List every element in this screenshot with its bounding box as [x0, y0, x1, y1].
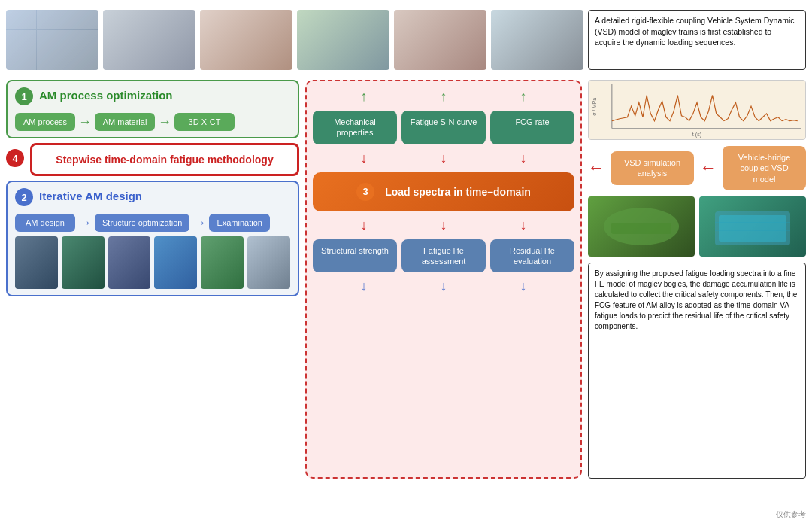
center-panel-dashed: ↑ ↑ ↑ Mechanical properties Fatigue S-N …: [305, 80, 582, 479]
top-image-3: [200, 10, 292, 70]
chart-svg: σ / MPa t (s): [589, 81, 805, 139]
blue-box-structural: Structural strength: [313, 239, 397, 273]
right-panel: σ / MPa t (s) ← VSD simulation analysis …: [588, 80, 806, 479]
green-box-fatigue-sn: Fatigue S-N curve: [401, 111, 486, 144]
top-images-strip: A detailed rigid-flexible coupling Vehic…: [6, 6, 806, 74]
cad-image-2: [62, 236, 105, 289]
svg-text:σ / MPa: σ / MPa: [592, 98, 597, 116]
section1-am-process: 1 AM process optimization AM process → A…: [6, 80, 299, 138]
flow-box-3d-xct: 3D X-CT: [174, 113, 235, 131]
arrow-3: →: [78, 216, 92, 230]
flow-box-am-process: AM process: [15, 113, 75, 131]
arrow-vsd-middle: ←: [700, 160, 717, 176]
section2-iterative-design: 2 Iterative AM design AM design → Struct…: [6, 181, 299, 296]
vsd-boxes-row: ← VSD simulation analysis ← Vehicle-brid…: [588, 146, 806, 190]
svg-rect-6: [611, 223, 671, 234]
up-arrow-3: ↑: [520, 89, 527, 105]
blue-assessment-row: Structural strength Fatigue life assessm…: [313, 239, 574, 273]
main-container: A detailed rigid-flexible coupling Vehic…: [0, 0, 812, 523]
section2-flow: AM design → Structure optimization → Exa…: [15, 214, 290, 232]
right-fem-images: [588, 196, 806, 257]
down-arrow-red-5: ↓: [441, 217, 447, 233]
watermark: 仅供参考: [776, 509, 806, 520]
blue-box-fatigue-life: Fatigue life assessment: [401, 239, 486, 273]
vsd-simulation-box: VSD simulation analysis: [611, 151, 694, 185]
section1-number: 1: [15, 87, 33, 105]
flow-box-structure-opt: Structure optimization: [95, 214, 189, 232]
fem-svg-1: [588, 196, 695, 257]
fem-svg-2: [699, 196, 806, 257]
up-arrow-1: ↑: [361, 89, 368, 105]
section3-label: Load spectra in time–domain: [385, 186, 531, 198]
svg-text:t (s): t (s): [692, 132, 701, 138]
bottom-right-description: By assigning the proposed fatigue loadin…: [588, 263, 806, 479]
stepwise-box: Stepwise time-domain fatigue methodology: [30, 143, 299, 176]
down-arrow-blue-3: ↓: [520, 278, 527, 294]
cad-image-6: [247, 236, 290, 289]
top-image-6: [491, 10, 583, 70]
section1-flow: AM process → AM material → 3D X-CT: [15, 113, 290, 131]
vsd-coupled-box: Vehicle-bridge coupled VSD model: [723, 146, 806, 190]
down-arrow-red-2: ↓: [441, 151, 447, 166]
top-right-description: A detailed rigid-flexible coupling Vehic…: [588, 10, 806, 70]
cad-image-3: [108, 236, 151, 289]
down-arrow-red-6: ↓: [520, 217, 527, 233]
top-image-2: [103, 10, 195, 70]
flow-box-am-material: AM material: [95, 113, 155, 131]
cad-image-4: [154, 236, 197, 289]
svg-rect-0: [589, 81, 805, 139]
arrow-4: →: [192, 216, 206, 230]
blue-box-residual-life: Residual life evaluation: [490, 239, 574, 273]
down-arrow-red-1: ↓: [361, 151, 368, 166]
content-row: 1 AM process optimization AM process → A…: [6, 80, 806, 479]
vsd-chart: σ / MPa t (s): [588, 80, 806, 140]
svg-rect-8: [719, 215, 786, 242]
section2-title: Iterative AM design: [39, 190, 142, 202]
down-arrow-red-4: ↓: [361, 217, 368, 233]
cad-image-5: [201, 236, 244, 289]
cad-image-1: [15, 236, 58, 289]
bottom-down-arrows: ↓ ↓ ↓: [313, 217, 574, 233]
green-box-mechanical: Mechanical properties: [313, 111, 397, 144]
flow-box-examination: Examination: [209, 214, 270, 232]
section1-title: AM process optimization: [39, 89, 173, 102]
top-image-1: [6, 10, 98, 70]
top-up-arrows: ↑ ↑ ↑: [313, 89, 574, 105]
top-image-5: [394, 10, 486, 70]
section4-row: 4 Stepwise time-domain fatigue methodolo…: [6, 143, 299, 176]
mid-down-arrows: ↓ ↓ ↓: [313, 151, 574, 166]
bottom-up-arrows: ↓ ↓ ↓: [313, 278, 574, 294]
section2-number: 2: [15, 188, 33, 206]
down-arrow-blue-2: ↓: [441, 278, 447, 294]
bottom-cad-images: [15, 236, 290, 289]
up-arrow-2: ↑: [441, 89, 447, 105]
flow-box-am-design: AM design: [15, 214, 75, 232]
down-arrow-blue-1: ↓: [361, 278, 368, 294]
section3-load-spectra: 3 Load spectra in time–domain: [313, 172, 574, 211]
green-properties-row: Mechanical properties Fatigue S-N curve …: [313, 111, 574, 144]
section3-number: 3: [356, 183, 374, 201]
arrow-2: →: [158, 115, 171, 129]
fem-image-1: [588, 196, 695, 257]
left-panel: 1 AM process optimization AM process → A…: [6, 80, 299, 479]
section4-number: 4: [6, 149, 24, 167]
fem-image-2: [699, 196, 806, 257]
down-arrow-red-3: ↓: [520, 151, 527, 166]
green-box-fcg-rate: FCG rate: [490, 111, 574, 144]
arrow-vsd-left: ←: [588, 160, 604, 176]
top-image-4: [297, 10, 389, 70]
arrow-1: →: [78, 115, 92, 129]
